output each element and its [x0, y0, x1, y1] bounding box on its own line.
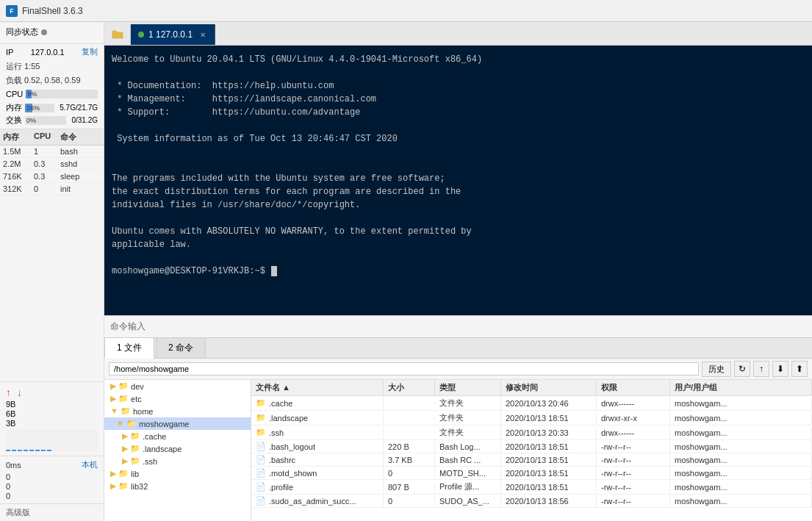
cmd-input-label: 命令输入 [110, 320, 145, 333]
tree-item-lib32[interactable]: ▶ 📁 lib32 [104, 480, 251, 492]
file-size: 3.7 KB [384, 454, 435, 466]
proc-header-mem: 内存 [0, 129, 31, 145]
tree-item-etc[interactable]: ▶ 📁 etc [104, 392, 251, 405]
proc-cmd: sshd [57, 158, 104, 170]
tree-item-moshowgame[interactable]: ▼ 📁 moshowgame [104, 417, 251, 430]
download-button[interactable]: ⬇ [772, 361, 788, 377]
header-name[interactable]: 文件名 ▲ [251, 380, 384, 395]
file-size: 0 [384, 495, 435, 507]
file-name: 📄.sudo_as_admin_succ... [251, 495, 384, 507]
mem-bar-bg: 26% [25, 104, 54, 112]
arrow-down-icon: ↓ [17, 387, 22, 398]
net-3b: 3B [6, 419, 98, 428]
file-row[interactable]: 📄.profile 807 B Profile 源... 2020/10/13 … [251, 480, 812, 495]
file-user: moshowgam... [670, 412, 812, 424]
swap-label: 交换 [6, 115, 22, 126]
ping-value: 0ms [6, 461, 21, 470]
folder-icon-etc: ▶ 📁 [110, 394, 129, 403]
folder-icon: 📁 [256, 428, 266, 437]
history-button[interactable]: 历史 [702, 362, 731, 377]
net-labels: 9B 6B 3B [0, 400, 104, 428]
file-user: moshowgam... [670, 441, 812, 453]
file-panel: 1 文件 2 命令 历史 ↻ ↑ ⬇ ⬆ ▶ 📁 [104, 337, 812, 521]
file-tree: ▶ 📁 dev ▶ 📁 etc ▼ 📁 home [104, 380, 251, 521]
term-line-6 [112, 119, 805, 132]
ping-val-3: 0 [6, 492, 98, 500]
header-size[interactable]: 大小 [384, 380, 435, 395]
file-type: 文件夹 [435, 396, 501, 410]
term-line-16 [112, 251, 805, 265]
proc-cpu: 0 [31, 183, 57, 195]
refresh-button[interactable]: ↻ [734, 361, 750, 377]
cpu-row: CPU 8% [6, 90, 98, 98]
cmd-input-field[interactable] [151, 322, 806, 332]
file-perm: drwxr-xr-x [597, 412, 670, 424]
tab-close-1[interactable]: ✕ [200, 31, 206, 39]
tab-dot-1 [138, 32, 144, 37]
swap-row: 交换 0% 0/31.2G [0, 115, 104, 126]
file-user: moshowgam... [670, 398, 812, 409]
tree-item-cache[interactable]: ▶ 📁 .cache [104, 430, 251, 442]
file-toolbar: 历史 ↻ ↑ ⬇ ⬆ [104, 359, 812, 380]
file-size [384, 402, 435, 405]
ip-row: IP 127.0.0.1 复制 [0, 44, 104, 60]
file-tab-2[interactable]: 2 命令 [156, 337, 206, 358]
file-content: ▶ 📁 dev ▶ 📁 etc ▼ 📁 home [104, 380, 812, 521]
process-row: 312K 0 init [0, 183, 104, 195]
cpu-value: 8% [27, 90, 37, 98]
file-list-header: 文件名 ▲ 大小 类型 修改时间 权限 用户/用户组 [251, 380, 812, 396]
folder-icon-dev: ▶ 📁 [110, 381, 129, 391]
file-row[interactable]: 📁.landscape 文件夹 2020/10/13 18:51 drwxr-x… [251, 411, 812, 425]
swap-stats: 0/31.2G [71, 116, 98, 124]
path-input[interactable] [109, 362, 699, 376]
folder-button[interactable] [104, 24, 131, 45]
file-size: 220 B [384, 441, 435, 453]
cpu-bar-bg: 8% [26, 90, 98, 98]
ping-header: 0ms 本机 [6, 459, 98, 470]
ping-home: 本机 [82, 459, 98, 470]
file-row[interactable]: 📁.cache 文件夹 2020/10/13 20:46 drwx------ … [251, 396, 812, 411]
file-row[interactable]: 📄.motd_shown 0 MOTD_SH... 2020/10/13 18:… [251, 467, 812, 480]
file-size [384, 417, 435, 420]
file-row[interactable]: 📁.ssh 文件夹 2020/10/13 20:33 drwx------ mo… [251, 425, 812, 440]
tree-item-home[interactable]: ▼ 📁 home [104, 405, 251, 417]
copy-button[interactable]: 复制 [82, 46, 98, 57]
file-tab-1[interactable]: 1 文件 [104, 337, 154, 359]
terminal[interactable]: Welcome to Ubuntu 20.04.1 LTS (GNU/Linux… [104, 46, 812, 315]
header-user[interactable]: 用户/用户组 [670, 380, 812, 395]
tree-item-lib[interactable]: ▶ 📁 lib [104, 467, 251, 480]
tree-label-moshowgame: moshowgame [139, 420, 189, 428]
folder-icon-landscape: ▶ 📁 [122, 444, 140, 453]
process-row: 1.5M 1 bash [0, 145, 104, 158]
file-perm: drwx------ [597, 398, 670, 409]
upload-button[interactable]: ⬆ [791, 361, 808, 377]
tree-item-ssh[interactable]: ▶ 📁 .ssh [104, 455, 251, 467]
file-perm: -rw-r--r-- [597, 454, 670, 466]
folder-icon: 📁 [256, 398, 266, 408]
folder-icon-home: ▼ 📁 [110, 406, 131, 416]
header-type[interactable]: 类型 [435, 380, 501, 395]
tab-1[interactable]: 1 127.0.0.1 ✕ [131, 24, 215, 45]
header-perm[interactable]: 权限 [597, 380, 670, 395]
file-row[interactable]: 📄.bashrc 3.7 KB Bash RC ... 2020/10/13 1… [251, 453, 812, 467]
file-date: 2020/10/13 20:46 [501, 398, 597, 409]
file-row[interactable]: 📄.bash_logout 220 B Bash Log... 2020/10/… [251, 440, 812, 453]
tree-item-dev[interactable]: ▶ 📁 dev [104, 380, 251, 392]
header-date[interactable]: 修改时间 [501, 380, 597, 395]
term-line-7: System information as of Tue Oct 13 20:4… [112, 132, 805, 145]
ping-val-1: 0 [6, 473, 98, 481]
tree-item-landscape[interactable]: ▶ 📁 .landscape [104, 442, 251, 455]
folder-icon [112, 29, 123, 40]
title-bar: F FinalShell 3.6.3 [0, 0, 812, 22]
term-line-15: applicable law. [112, 238, 805, 251]
load-row: 负载 0.52, 0.58, 0.59 [0, 73, 104, 87]
file-date: 2020/10/13 18:51 [501, 481, 597, 493]
up-button[interactable]: ↑ [753, 361, 769, 377]
prompt-line: moshowgame@DESKTOP-91VRKJB:~$ [112, 265, 805, 278]
process-header: 内存 CPU 命令 [0, 129, 104, 145]
term-line-14: Ubuntu comes with ABSOLUTELY NO WARRANTY… [112, 225, 805, 238]
file-row[interactable]: 📄.sudo_as_admin_succ... 0 SUDO_AS_... 20… [251, 495, 812, 508]
file-name: 📄.profile [251, 481, 384, 493]
net-bar-4 [24, 450, 28, 451]
tree-label-landscape: .landscape [143, 445, 182, 453]
